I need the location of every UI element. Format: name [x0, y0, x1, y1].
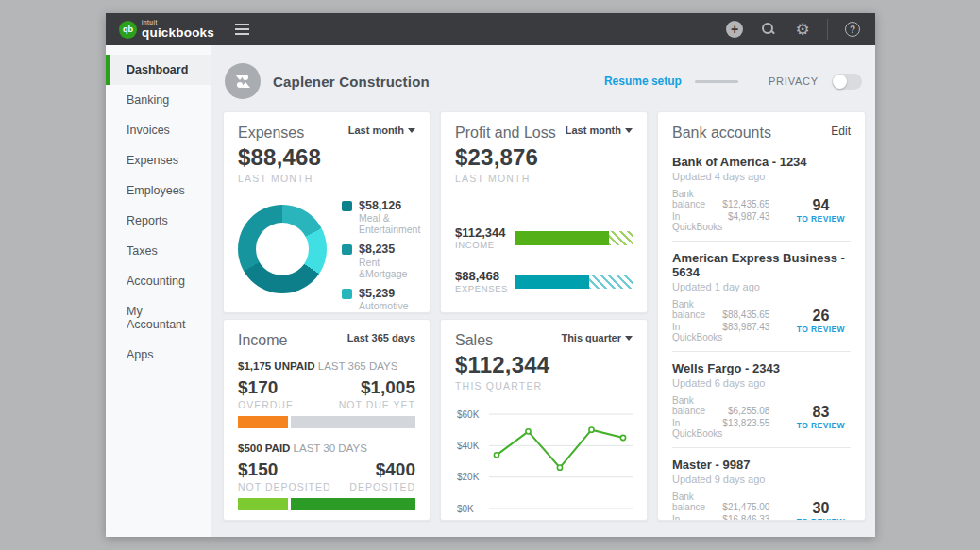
bank-balance-label: Bank balance — [672, 492, 722, 512]
hamburger-menu-icon[interactable] — [235, 24, 249, 35]
create-button[interactable]: + — [725, 20, 744, 39]
sidebar-item-apps[interactable]: Apps — [106, 340, 211, 370]
overdue-bar-segment — [238, 416, 288, 428]
help-button[interactable]: ? — [843, 20, 862, 39]
to-review-block[interactable]: 26TO REVIEW — [790, 308, 851, 334]
account-name: American Express Business - 5634 — [672, 251, 851, 279]
bank-balance-value: $6,255.08 — [722, 406, 769, 416]
to-review-block[interactable]: 94TO REVIEW — [790, 197, 851, 224]
unpaid-progress-bar[interactable] — [238, 416, 415, 428]
sales-total: $112,344 — [455, 352, 633, 378]
topbar-divider — [827, 19, 828, 40]
notdue-bar-segment — [291, 416, 415, 428]
page-header: Caplener Construction Resume setup PRIVA… — [223, 57, 866, 111]
legend-label: Automotive — [359, 300, 409, 311]
deposited-amount: $400 — [349, 459, 415, 480]
account-updated: Updated 9 days ago — [672, 474, 851, 485]
unpaid-rest: LAST 365 DAYS — [315, 360, 398, 372]
account-name: Wells Fargo - 2343 — [672, 361, 851, 375]
bank-account-row[interactable]: Master - 9987Updated 9 days agoBank bala… — [672, 448, 851, 521]
notdeposited-amount: $150 — [238, 459, 331, 480]
bank-edit-link[interactable]: Edit — [831, 125, 851, 138]
svg-text:$20K: $20K — [457, 472, 480, 482]
income-card-title: Income — [238, 332, 287, 349]
expenses-donut-chart[interactable] — [238, 205, 327, 293]
bank-balance-value: $12,435.65 — [722, 199, 769, 209]
pl-bar-solid — [515, 231, 609, 245]
to-review-label: TO REVIEW — [790, 421, 851, 430]
pl-value: $88,468 — [455, 269, 515, 283]
notdue-amount: $1,005 — [339, 377, 415, 398]
pl-value: $112,344 — [455, 225, 515, 240]
sidebar-item-accounting[interactable]: Accounting — [106, 266, 211, 296]
bank-balance-label: Bank balance — [672, 395, 722, 416]
privacy-toggle[interactable] — [832, 74, 862, 90]
profit-loss-period-value: Last month — [566, 125, 621, 136]
company-avatar[interactable] — [225, 63, 261, 99]
expenses-card-title: Expenses — [238, 125, 304, 142]
resume-setup-link[interactable]: Resume setup — [604, 75, 682, 88]
bank-balance-label: Bank balance — [672, 299, 722, 320]
plus-icon: + — [726, 21, 743, 38]
pl-bar-solid — [515, 275, 589, 289]
sidebar-item-taxes[interactable]: Taxes — [106, 236, 211, 266]
pl-label: EXPENSES — [455, 283, 515, 293]
account-updated: Updated 4 days ago — [672, 171, 851, 182]
sidebar-item-expenses[interactable]: Expenses — [106, 145, 211, 175]
expenses-legend: $58,126Meal & Entertainment$8,235Rent &M… — [342, 199, 420, 313]
profit-loss-card: Profit and Loss Last month $23,876 LAST … — [440, 111, 648, 313]
bank-account-row[interactable]: Bank of America - 1234Updated 4 days ago… — [672, 145, 851, 242]
bank-account-row[interactable]: Wells Fargo - 2343Updated 6 days agoBank… — [672, 352, 851, 448]
svg-text:$60K: $60K — [457, 409, 480, 420]
expenses-period-dropdown[interactable]: Last month — [348, 125, 415, 136]
pl-bar[interactable] — [515, 275, 633, 289]
in-quickbooks-value: $13,823.55 — [722, 418, 769, 428]
to-review-block[interactable]: 30TO REVIEW — [790, 500, 851, 521]
income-period-value: Last 365 days — [347, 332, 415, 343]
to-review-count: 30 — [790, 500, 851, 517]
svg-text:$40K: $40K — [457, 441, 480, 451]
bank-balance-value: $21,475.00 — [722, 502, 769, 512]
bank-account-row[interactable]: American Express Business - 5634Updated … — [672, 242, 851, 352]
sidebar-item-employees[interactable]: Employees — [106, 175, 211, 206]
toggle-knob — [833, 75, 847, 89]
pl-label: INCOME — [455, 240, 515, 250]
to-review-block[interactable]: 83TO REVIEW — [790, 404, 851, 430]
sidebar-item-my-accountant[interactable]: My Accountant — [106, 296, 211, 340]
sales-line-chart[interactable]: $60K$40K$20K$0K — [455, 399, 633, 520]
sales-period-dropdown[interactable]: This quarter — [561, 332, 633, 343]
to-review-label: TO REVIEW — [790, 214, 851, 224]
sidebar-item-reports[interactable]: Reports — [106, 206, 211, 236]
account-name: Bank of America - 1234 — [672, 155, 851, 169]
overdue-label: OVERDUE — [238, 399, 294, 410]
sidebar-item-invoices[interactable]: Invoices — [106, 115, 211, 145]
chevron-down-icon — [408, 128, 415, 133]
bank-balance-label: Bank balance — [672, 189, 722, 209]
bank-accounts-list: Bank of America - 1234Updated 4 days ago… — [672, 145, 851, 521]
in-quickbooks-label: In QuickBooks — [672, 211, 722, 232]
profit-loss-period-dropdown[interactable]: Last month — [566, 125, 633, 136]
privacy-label: PRIVACY — [769, 75, 819, 87]
profit-loss-bars: $112,344INCOME$88,468EXPENSES — [455, 225, 633, 293]
svg-text:$0K: $0K — [457, 504, 474, 514]
profit-loss-card-title: Profit and Loss — [455, 125, 556, 142]
profit-loss-caption: LAST MONTH — [455, 173, 633, 184]
income-period-label[interactable]: Last 365 days — [347, 332, 415, 343]
legend-swatch-icon — [342, 201, 352, 211]
bank-accounts-title: Bank accounts — [672, 125, 771, 142]
legend-value: $58,126 — [359, 199, 420, 212]
pl-bar-row: $112,344INCOME — [455, 225, 633, 250]
sidebar-item-dashboard[interactable]: Dashboard — [106, 55, 211, 85]
sidebar-item-banking[interactable]: Banking — [106, 85, 211, 115]
paid-progress-bar[interactable] — [238, 498, 415, 510]
search-button[interactable] — [759, 20, 778, 39]
pl-bar[interactable] — [515, 231, 633, 245]
to-review-count: 83 — [790, 404, 851, 421]
legend-value: $8,235 — [359, 242, 420, 256]
settings-button[interactable]: ⚙ — [793, 20, 812, 39]
in-quickbooks-value: $83,987.43 — [722, 322, 769, 332]
expenses-card: Expenses Last month $88,468 LAST MONTH $… — [223, 111, 431, 313]
chevron-down-icon — [625, 128, 633, 133]
legend-label: Rent &Mortgage — [359, 257, 420, 279]
deposited-bar-segment — [291, 498, 415, 510]
